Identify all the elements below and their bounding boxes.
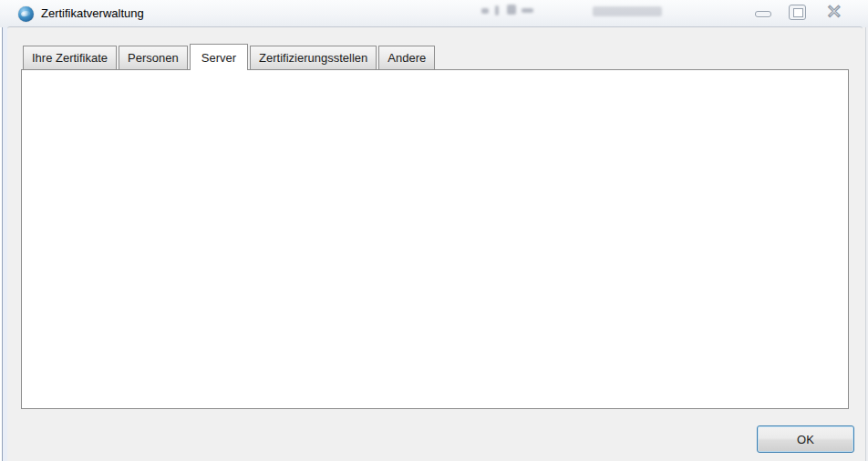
tab-strip: Ihre Zertifikate Personen Server Zertifi… (23, 43, 435, 69)
tab-label: Ihre Zertifikate (32, 51, 108, 65)
titlebar-artifact (593, 6, 662, 16)
button-label: OK (797, 433, 814, 446)
tab-label: Server (202, 51, 236, 65)
window-left-border (0, 27, 7, 461)
server-tab-panel (21, 69, 849, 409)
minimize-button[interactable] (746, 1, 780, 23)
titlebar[interactable]: Zertifikatverwaltung ✕ (0, 0, 868, 27)
tab-ihre-zertifikate[interactable]: Ihre Zertifikate (23, 46, 117, 69)
minimize-icon (755, 11, 771, 17)
window-controls: ✕ (746, 1, 863, 25)
tab-label: Andere (388, 51, 426, 65)
close-button[interactable]: ✕ (815, 1, 863, 23)
tab-label: Zertifizierungsstellen (259, 51, 367, 65)
titlebar-artifact (507, 5, 516, 15)
ok-button[interactable]: OK (757, 425, 854, 453)
titlebar-artifact (522, 8, 533, 13)
maximize-icon (789, 5, 806, 20)
certificate-manager-dialog: Zertifikatverwaltung ✕ Ihre Zertifikate … (0, 0, 868, 461)
thunderbird-app-icon (18, 6, 34, 22)
maximize-button[interactable] (780, 1, 815, 23)
titlebar-artifact (481, 8, 489, 14)
tab-label: Personen (128, 51, 179, 65)
close-icon: ✕ (826, 1, 842, 23)
tab-andere[interactable]: Andere (378, 46, 435, 69)
tab-zertifizierungsstellen[interactable]: Zertifizierungsstellen (250, 46, 377, 69)
tab-server[interactable]: Server (190, 44, 248, 70)
window-title: Zertifikatverwaltung (41, 6, 144, 20)
tab-personen[interactable]: Personen (119, 46, 188, 69)
titlebar-artifact (495, 5, 499, 15)
